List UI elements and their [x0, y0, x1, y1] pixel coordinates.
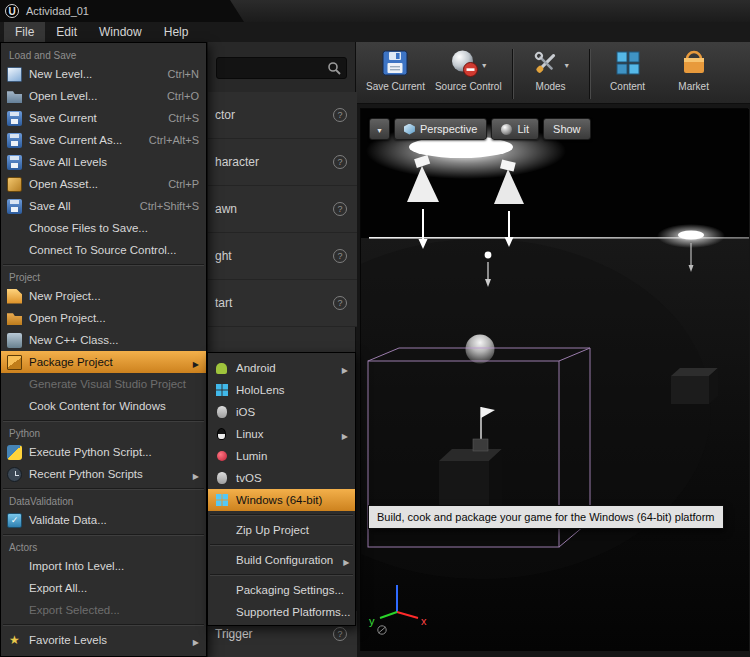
place-actor-item-ght[interactable]: ght ?: [208, 233, 357, 280]
lit-mode-icon: [501, 124, 512, 135]
menu-item-cook-content-for-windows[interactable]: Cook Content for Windows: [1, 395, 206, 417]
menu-item-label: Favorite Levels: [29, 634, 107, 646]
menu-item-connect-to-source-control[interactable]: Connect To Source Control...: [1, 239, 206, 261]
menu-item-new-level[interactable]: New Level... Ctrl+N: [1, 63, 206, 85]
open-asset-icon: [7, 177, 22, 192]
menu-item-label: Windows (64-bit): [236, 494, 322, 506]
source-control-button[interactable]: Source Control: [435, 47, 502, 92]
place-actor-item-awn[interactable]: awn ?: [208, 186, 357, 233]
menu-item-open-project[interactable]: Open Project...: [1, 307, 206, 329]
chevron-down-icon[interactable]: [481, 54, 488, 72]
menu-separator: [208, 511, 355, 519]
menu-item-package-project[interactable]: Package Project: [1, 351, 206, 373]
help-icon[interactable]: ?: [333, 108, 347, 122]
marketplace-button[interactable]: Market: [666, 47, 722, 92]
menu-item-label: Lumin: [236, 450, 267, 462]
menubar-item-file[interactable]: File: [4, 22, 45, 42]
perspective-icon: [404, 124, 415, 135]
viewport-perspective-button[interactable]: Perspective: [394, 118, 487, 140]
cube-actor-2[interactable]: [671, 368, 718, 404]
menu-item-shortcut: Ctrl+Shift+S: [126, 200, 199, 212]
help-icon[interactable]: ?: [333, 155, 347, 169]
menu-item-open-asset[interactable]: Open Asset... Ctrl+P: [1, 173, 206, 195]
submenu-arrow-icon: [183, 353, 199, 371]
place-actor-label: awn: [215, 202, 237, 216]
submenu-item-linux[interactable]: Linux: [208, 423, 355, 445]
level-viewport[interactable]: x y Perspective Lit Show: [360, 108, 748, 651]
place-actor-label: haracter: [215, 155, 259, 169]
submenu-item-hololens[interactable]: HoloLens: [208, 379, 355, 401]
menu-item-save-all-levels[interactable]: Save All Levels: [1, 151, 206, 173]
place-actor-label: Trigger: [215, 627, 253, 641]
help-icon[interactable]: ?: [333, 627, 347, 641]
file-menu: Load and Save New Level... Ctrl+N Open L…: [0, 42, 207, 657]
submenu-item-windows-64-bit[interactable]: Windows (64-bit): [208, 489, 355, 511]
submenu-item-supported-platforms[interactable]: Supported Platforms...: [208, 601, 355, 623]
viewport-toolbar: Perspective Lit Show: [369, 118, 591, 140]
menu-section-datavalidation: DataValidation: [1, 493, 206, 509]
menu-item-new-cpp-class[interactable]: New C++ Class...: [1, 329, 206, 351]
menu-item-label: Supported Platforms...: [236, 606, 350, 618]
menu-item-recent-python-scripts[interactable]: Recent Python Scripts: [1, 463, 206, 485]
content-browser-button[interactable]: Content: [600, 47, 656, 92]
menu-item-save-current[interactable]: Save Current Ctrl+S: [1, 107, 206, 129]
save-current-icon: [7, 111, 22, 126]
menu-item-label: Execute Python Script...: [29, 446, 152, 458]
menu-item-favorite-levels[interactable]: Favorite Levels: [1, 629, 206, 651]
unreal-editor-window: Actividad_01 File Edit Window Help ctor …: [0, 0, 750, 657]
menu-item-label: Validate Data...: [29, 514, 107, 526]
menubar-item-window[interactable]: Window: [88, 22, 153, 42]
validate-data-icon: [7, 513, 22, 528]
place-actor-label: tart: [215, 296, 232, 310]
submenu-item-tvos[interactable]: tvOS: [208, 467, 355, 489]
place-actor-item-ctor[interactable]: ctor ?: [208, 92, 357, 139]
submenu-item-build-configuration[interactable]: Build Configuration: [208, 549, 355, 571]
window-tab[interactable]: Actividad_01: [0, 0, 244, 22]
chevron-down-icon[interactable]: [563, 54, 570, 72]
place-actor-item-haracter[interactable]: haracter ?: [208, 139, 357, 186]
menu-item-execute-python-script[interactable]: Execute Python Script...: [1, 441, 206, 463]
submenu-item-lumin[interactable]: Lumin: [208, 445, 355, 467]
title-bar: Actividad_01: [0, 0, 750, 22]
menu-item-open-level[interactable]: Open Level... Ctrl+O: [1, 85, 206, 107]
sphere-actor[interactable]: [466, 335, 495, 364]
menu-item-label: Open Asset...: [29, 178, 98, 190]
linux-penguin-ic: [217, 428, 226, 440]
menu-item-new-project[interactable]: New Project...: [1, 285, 206, 307]
viewport-scene[interactable]: x y: [361, 109, 749, 651]
menu-bar: File Edit Window Help: [0, 22, 750, 42]
submenu-arrow-icon: [332, 359, 348, 377]
menu-separator: [1, 261, 206, 269]
menu-item-label: Export All...: [29, 582, 87, 594]
menu-item-save-all[interactable]: Save All Ctrl+Shift+S: [1, 195, 206, 217]
toolbar-separator: [589, 49, 590, 99]
viewport-options-button[interactable]: [369, 118, 390, 140]
viewport-lit-button[interactable]: Lit: [491, 118, 539, 140]
help-icon[interactable]: ?: [333, 202, 347, 216]
menu-item-choose-files-to-save[interactable]: Choose Files to Save...: [1, 217, 206, 239]
menubar-item-edit[interactable]: Edit: [45, 22, 88, 42]
menu-item-label: Build Configuration: [236, 554, 333, 566]
submenu-item-ios[interactable]: iOS: [208, 401, 355, 423]
menu-item-validate-data[interactable]: Validate Data...: [1, 509, 206, 531]
menu-item-save-current-as[interactable]: Save Current As... Ctrl+Alt+S: [1, 129, 206, 151]
help-icon[interactable]: ?: [333, 249, 347, 263]
menu-item-import-into-level[interactable]: Import Into Level...: [1, 555, 206, 577]
menu-item-label: Linux: [236, 428, 264, 440]
new-cpp-class-icon: [7, 333, 22, 348]
menu-item-label: Generate Visual Studio Project: [29, 378, 186, 390]
submenu-item-android[interactable]: Android: [208, 357, 355, 379]
submenu-item-zip-up-project[interactable]: Zip Up Project: [208, 519, 355, 541]
place-actor-item-tart[interactable]: tart ?: [208, 280, 357, 327]
viewport-show-button[interactable]: Show: [543, 118, 591, 140]
save-current-button[interactable]: Save Current: [366, 47, 425, 92]
menu-section-actors: Actors: [1, 539, 206, 555]
menu-item-label: Zip Up Project: [236, 524, 309, 536]
modes-button[interactable]: Modes: [523, 47, 579, 92]
help-icon[interactable]: ?: [333, 296, 347, 310]
menubar-item-help[interactable]: Help: [153, 22, 200, 42]
menu-item-export-all[interactable]: Export All...: [1, 577, 206, 599]
windows-icon: [214, 493, 229, 508]
submenu-item-packaging-settings[interactable]: Packaging Settings...: [208, 579, 355, 601]
marketplace-icon: [679, 48, 709, 78]
